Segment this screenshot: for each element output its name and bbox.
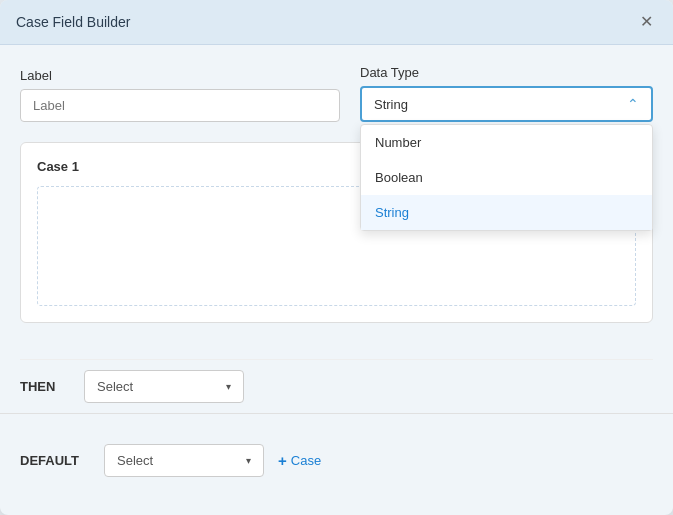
modal-body: Label Data Type String ⌃ Number Boolean …	[0, 45, 673, 359]
default-row: DEFAULT Select ▾ + Case	[20, 430, 653, 477]
then-row: THEN Select ▾	[20, 359, 653, 413]
dropdown-item-string[interactable]: String	[361, 195, 652, 230]
default-select-arrow-icon: ▾	[246, 455, 251, 466]
label-input[interactable]	[20, 89, 340, 122]
add-case-button[interactable]: + Case	[278, 452, 321, 469]
datatype-select-trigger[interactable]: String ⌃	[360, 86, 653, 122]
then-select-value: Select	[97, 379, 133, 394]
label-field-group: Label	[20, 68, 340, 122]
then-label: THEN	[20, 379, 70, 394]
chevron-up-icon: ⌃	[627, 96, 639, 112]
default-label: DEFAULT	[20, 453, 90, 468]
datatype-label: Data Type	[360, 65, 653, 80]
datatype-field-group: Data Type String ⌃ Number Boolean String	[360, 65, 653, 122]
default-select[interactable]: Select ▾	[104, 444, 264, 477]
modal-title: Case Field Builder	[16, 14, 130, 30]
modal-container: Case Field Builder ✕ Label Data Type Str…	[0, 0, 673, 515]
dropdown-item-number[interactable]: Number	[361, 125, 652, 160]
add-case-plus-icon: +	[278, 452, 287, 469]
default-select-value: Select	[117, 453, 153, 468]
dropdown-item-boolean[interactable]: Boolean	[361, 160, 652, 195]
datatype-selected-value: String	[374, 97, 408, 112]
label-field-label: Label	[20, 68, 340, 83]
modal-header: Case Field Builder ✕	[0, 0, 673, 45]
add-case-label: Case	[291, 453, 321, 468]
then-select-arrow-icon: ▾	[226, 381, 231, 392]
bottom-section: THEN Select ▾ DEFAULT Select ▾ + Case	[0, 359, 673, 497]
form-row: Label Data Type String ⌃ Number Boolean …	[20, 65, 653, 122]
then-select[interactable]: Select ▾	[84, 370, 244, 403]
close-button[interactable]: ✕	[636, 12, 657, 32]
divider	[0, 413, 673, 414]
datatype-dropdown-menu: Number Boolean String	[360, 124, 653, 231]
